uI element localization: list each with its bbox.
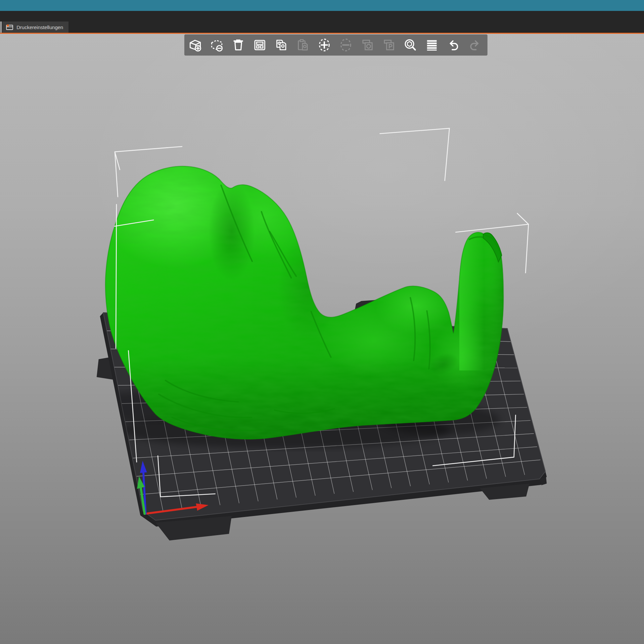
split-parts-icon <box>381 37 397 53</box>
copy-icon <box>274 37 289 53</box>
redo-icon <box>467 37 483 53</box>
toolbar-button-add-instance[interactable] <box>316 36 333 54</box>
layers-icon <box>424 37 440 53</box>
toolbar-button-copy[interactable] <box>273 36 290 54</box>
scene-canvas <box>0 34 644 644</box>
viewport-3d[interactable] <box>0 34 644 644</box>
search-icon <box>403 37 418 53</box>
tab-edge-strip <box>0 21 2 33</box>
toolbar-button-delete[interactable] <box>208 36 225 54</box>
hulk-arm-model[interactable] <box>96 142 535 450</box>
arrange-icon <box>252 37 267 53</box>
toolbar-button-split-parts[interactable] <box>380 36 398 54</box>
delete-icon <box>209 37 224 53</box>
add-instance-icon <box>317 37 332 53</box>
toolbar-button-remove-instance[interactable] <box>337 36 355 54</box>
toolbar-button-paste[interactable] <box>294 36 311 54</box>
toolbar-button-split-objects[interactable] <box>359 36 376 54</box>
remove-instance-icon <box>338 37 354 53</box>
toolbar-button-arrange[interactable] <box>251 36 268 54</box>
toolbar-button-layers[interactable] <box>423 36 441 54</box>
corner-marker-back-right-top <box>380 128 450 181</box>
toolbar-button-search[interactable] <box>402 36 419 54</box>
toolbar-button-add[interactable] <box>187 36 204 54</box>
modified-dot <box>7 24 9 26</box>
split-objects-icon <box>360 37 375 53</box>
tab-printer-settings[interactable]: Druckereinstellungen <box>3 21 68 33</box>
toolbar-button-delete-all[interactable] <box>230 36 247 54</box>
window-title-bar <box>0 0 644 11</box>
printer-settings-icon <box>6 24 13 30</box>
paste-icon <box>295 37 310 53</box>
main-toolbar <box>184 34 488 56</box>
toolbar-button-redo[interactable] <box>466 36 484 54</box>
add-icon <box>188 37 203 53</box>
toolbar-button-undo[interactable] <box>445 36 462 54</box>
delete-all-icon <box>231 37 246 53</box>
undo-icon <box>446 37 461 53</box>
settings-tab-bar: Druckereinstellungen <box>0 11 644 33</box>
tab-label: Druckereinstellungen <box>17 24 63 30</box>
